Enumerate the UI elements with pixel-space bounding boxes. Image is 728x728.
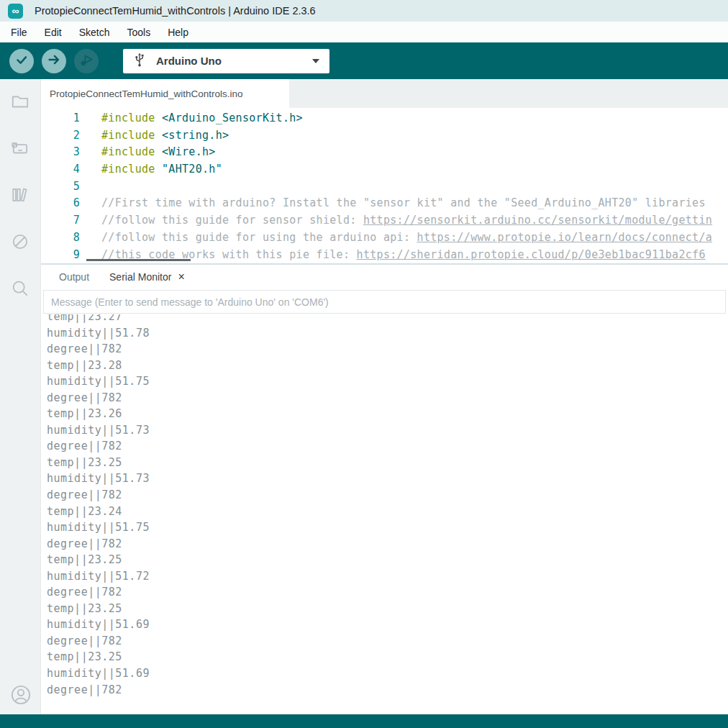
activity-sidebar — [0, 79, 41, 714]
serial-line: humidity||51.73 — [47, 470, 728, 487]
sketchbook-folder-icon[interactable] — [9, 91, 31, 112]
usb-icon — [133, 52, 146, 70]
arrow-right-icon — [46, 52, 62, 70]
code-line: 6//First time with arduino? Instatl the … — [41, 195, 728, 212]
upload-button[interactable] — [42, 49, 66, 73]
serial-message-input[interactable] — [43, 290, 726, 314]
serial-line: temp||23.26 — [47, 406, 728, 422]
code-line: 4#include "AHT20.h" — [41, 161, 728, 178]
editor-tab-strip: ProtopieConnectTemHumid_withControls.ino — [41, 79, 728, 108]
code-editor[interactable]: 1#include <Arduino_SensorKit.h>2#include… — [41, 108, 728, 263]
serial-line: temp||23.25 — [47, 649, 728, 665]
serial-lines: temp||23.27humidity||51.78degree||782tem… — [47, 314, 728, 698]
arduino-logo-icon: ∞ — [8, 4, 23, 19]
debug-icon — [78, 51, 95, 71]
serial-line: humidity||51.75 — [47, 373, 728, 390]
serial-line: humidity||51.78 — [47, 325, 728, 342]
line-number: 4 — [41, 161, 90, 178]
code-line: 2#include <string.h> — [41, 127, 728, 145]
serial-line: humidity||51.75 — [47, 519, 728, 536]
bottom-panel-tabs: Output Serial Monitor × — [41, 265, 728, 289]
serial-line: degree||782 — [47, 487, 728, 504]
verify-button[interactable] — [9, 49, 34, 73]
boards-manager-icon[interactable] — [9, 137, 31, 159]
close-icon[interactable]: × — [178, 271, 184, 283]
serial-line: humidity||51.72 — [47, 568, 728, 585]
line-number: 5 — [41, 178, 90, 196]
serial-line: temp||23.27 — [47, 314, 728, 325]
serial-line: degree||782 — [47, 390, 728, 406]
menu-edit[interactable]: Edit — [36, 27, 70, 38]
line-number: 6 — [41, 195, 90, 212]
menu-sketch[interactable]: Sketch — [70, 27, 119, 38]
tab-sketch-file[interactable]: ProtopieConnectTemHumid_withControls.ino — [41, 79, 289, 108]
code-line: 8//follow this guide for using the ardui… — [41, 229, 728, 247]
code-line: 3#include <Wire.h> — [41, 144, 728, 161]
line-number: 7 — [41, 212, 90, 229]
comment-link[interactable]: https://www.protopie.io/learn/docs/conne… — [417, 231, 713, 244]
serial-message-row — [41, 289, 728, 314]
serial-line: temp||23.28 — [47, 358, 728, 374]
main-toolbar: Arduino Uno — [0, 42, 728, 79]
serial-line: temp||23.24 — [47, 504, 728, 520]
serial-line: humidity||51.73 — [47, 422, 728, 439]
line-number: 8 — [41, 229, 90, 247]
serial-line: degree||782 — [47, 341, 728, 358]
debug-panel-icon[interactable] — [9, 231, 31, 252]
serial-monitor-tab-label: Serial Monitor — [109, 271, 171, 283]
serial-line: temp||23.25 — [47, 455, 728, 471]
serial-line: temp||23.25 — [47, 552, 728, 568]
checkmark-icon — [14, 52, 29, 70]
search-icon[interactable] — [9, 278, 31, 299]
serial-line: degree||782 — [47, 438, 728, 455]
comment-link[interactable]: https://sheridan.protopie.cloud/p/0e3eb1… — [357, 248, 706, 261]
code-line: 1#include <Arduino_SensorKit.h> — [41, 110, 728, 127]
menu-bar: FileEditSketchToolsHelp — [0, 22, 728, 42]
window-title: ProtopieConnectTemHumid_withControls | A… — [35, 5, 316, 17]
tab-output[interactable]: Output — [49, 271, 99, 283]
debug-button[interactable] — [74, 49, 99, 73]
board-selector-dropdown[interactable]: Arduino Uno — [123, 49, 329, 73]
serial-line: temp||23.25 — [47, 601, 728, 617]
board-selector-label: Arduino Uno — [156, 55, 312, 67]
status-bar — [0, 714, 728, 728]
horizontal-scrollbar[interactable] — [86, 259, 191, 261]
tab-serial-monitor[interactable]: Serial Monitor × — [99, 271, 195, 283]
line-number: 1 — [41, 110, 90, 127]
chevron-down-icon — [312, 59, 319, 63]
code-line: 7//follow this guide for sensor shield: … — [41, 212, 728, 229]
title-bar: ∞ ProtopieConnectTemHumid_withControls |… — [0, 0, 728, 22]
comment-link[interactable]: https://sensorkit.arduino.cc/sensorkit/m… — [363, 214, 712, 227]
line-number: 3 — [41, 144, 90, 161]
line-number: 2 — [41, 127, 90, 145]
menu-help[interactable]: Help — [159, 27, 197, 38]
code-line: 5 — [41, 178, 728, 196]
serial-line: degree||782 — [47, 682, 728, 699]
serial-line: degree||782 — [47, 536, 728, 552]
menu-file[interactable]: File — [2, 27, 36, 38]
serial-line: degree||782 — [47, 633, 728, 650]
serial-line: humidity||51.69 — [47, 616, 728, 633]
serial-monitor-output[interactable]: temp||23.27humidity||51.78degree||782tem… — [41, 314, 728, 714]
serial-line: degree||782 — [47, 584, 728, 601]
menu-tools[interactable]: Tools — [119, 27, 160, 38]
editor-code: 1#include <Arduino_SensorKit.h>2#include… — [41, 110, 728, 263]
library-manager-icon[interactable] — [9, 184, 31, 206]
account-icon[interactable] — [10, 684, 32, 706]
serial-line: humidity||51.69 — [47, 665, 728, 682]
arduino-ide-window: ∞ ProtopieConnectTemHumid_withControls |… — [0, 0, 728, 728]
line-number: 9 — [41, 247, 90, 264]
